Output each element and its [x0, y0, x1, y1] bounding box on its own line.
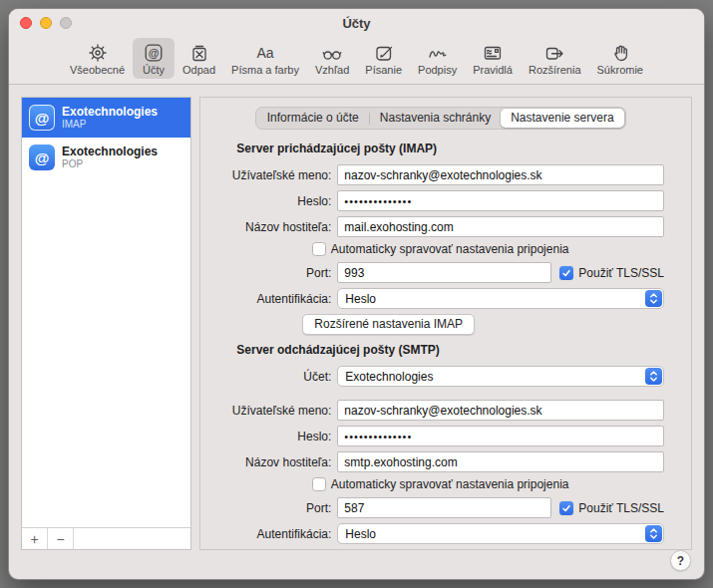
stamped-envelope-icon	[480, 41, 506, 64]
smtp-account-select[interactable]: Exotechnologies	[337, 366, 664, 387]
incoming-port-label: Port:	[216, 266, 337, 280]
incoming-tls-checkbox[interactable]	[559, 266, 573, 280]
toolbar-item-rules[interactable]: Pravidlá	[465, 38, 521, 79]
advanced-imap-row: Rozšírené nastavenia IMAP	[302, 314, 664, 335]
smtp-account-row: Účet: Exotechnologies	[216, 366, 664, 387]
outgoing-auth-value: Heslo	[345, 527, 376, 541]
popup-caret-icon	[645, 290, 662, 307]
incoming-password-label: Heslo:	[216, 194, 337, 208]
account-at-icon: @	[29, 105, 55, 131]
toolbar-item-label: Rozšírenia	[529, 64, 581, 76]
extensions-icon	[541, 41, 567, 64]
tab-account-info[interactable]: Informácie o účte	[257, 109, 369, 128]
toolbar-item-label: Odpad	[182, 64, 215, 76]
smtp-account-label: Účet:	[216, 370, 337, 384]
account-protocol: IMAP	[62, 119, 158, 131]
signature-icon	[425, 41, 451, 64]
incoming-port-input[interactable]	[337, 262, 551, 283]
outgoing-tls-label: Použiť TLS/SSL	[578, 501, 664, 515]
title-bar: Účty	[9, 9, 704, 37]
outgoing-password-input[interactable]	[337, 426, 664, 446]
toolbar-item-label: Súkromie	[597, 64, 643, 76]
account-row-pop[interactable]: @ Exotechnologies POP	[22, 138, 190, 177]
trash-box-icon	[186, 41, 212, 64]
toolbar-item-label: Účty	[143, 64, 165, 76]
account-row-imap[interactable]: @ Exotechnologies IMAP	[22, 98, 190, 138]
account-name: Exotechnologies	[62, 145, 158, 158]
outgoing-section-title: Server odchádzajúcej pošty (SMTP)	[236, 343, 664, 357]
accounts-sidebar: @ Exotechnologies IMAP @ Exotechnologies…	[21, 97, 191, 550]
tab-bar: Informácie o účte Nastavenia schránky Na…	[255, 107, 626, 130]
toolbar-item-privacy[interactable]: Súkromie	[589, 38, 651, 79]
toolbar-item-extensions[interactable]: Rozšírenia	[521, 38, 589, 79]
smtp-gap	[216, 392, 664, 400]
content-area: @ Exotechnologies IMAP @ Exotechnologies…	[9, 85, 704, 550]
popup-caret-icon	[645, 525, 662, 542]
gear-icon	[85, 41, 111, 64]
incoming-tls-label: Použiť TLS/SSL	[578, 266, 664, 280]
toolbar-item-general[interactable]: Všeobecné	[62, 38, 133, 79]
account-name: Exotechnologies	[62, 105, 158, 119]
help-button[interactable]: ?	[670, 550, 691, 571]
incoming-username-row: Užívateľské meno:	[216, 164, 664, 185]
incoming-section-title: Server prichádzajúcej pošty (IMAP)	[236, 142, 664, 155]
outgoing-host-row: Názov hostiteľa:	[216, 451, 664, 472]
preferences-toolbar: Všeobecné @ Účty Odpad	[9, 37, 704, 84]
outgoing-auth-label: Autentifikácia:	[216, 527, 337, 541]
outgoing-password-label: Heslo:	[216, 430, 337, 443]
outgoing-port-label: Port:	[216, 501, 337, 515]
outgoing-port-input[interactable]	[337, 497, 551, 518]
outgoing-auto-manage-label: Automaticky spravovať nastavenia pripoje…	[331, 477, 569, 491]
tab-server-settings[interactable]: Nastavenie servera	[501, 109, 623, 128]
outgoing-port-row: Port: Použiť TLS/SSL	[216, 497, 664, 518]
at-icon: @	[141, 41, 167, 64]
advanced-imap-button[interactable]: Rozšírené nastavenia IMAP	[302, 314, 475, 335]
incoming-auto-manage-checkbox[interactable]	[312, 242, 326, 256]
incoming-auth-select[interactable]: Heslo	[337, 288, 664, 309]
incoming-password-input[interactable]	[337, 190, 664, 211]
svg-text:Aa: Aa	[256, 45, 273, 61]
incoming-port-row: Port: Použiť TLS/SSL	[216, 262, 664, 283]
toolbar-item-signatures[interactable]: Podpisy	[410, 38, 465, 79]
account-text: Exotechnologies IMAP	[62, 105, 158, 131]
outgoing-auto-manage-row: Automaticky spravovať nastavenia pripoje…	[216, 477, 664, 491]
add-account-button[interactable]: +	[22, 528, 48, 549]
account-list: @ Exotechnologies IMAP @ Exotechnologies…	[22, 98, 190, 527]
incoming-password-row: Heslo:	[216, 190, 664, 211]
incoming-auth-row: Autentifikácia: Heslo	[216, 288, 664, 309]
toolbar-item-fonts-colors[interactable]: Aa Písma a farby	[223, 38, 307, 79]
toolbar-item-viewing[interactable]: Vzhľad	[307, 38, 357, 79]
smtp-account-value: Exotechnologies	[345, 370, 433, 384]
sidebar-footer: + −	[22, 527, 190, 549]
window-title: Účty	[342, 16, 370, 31]
remove-account-button[interactable]: −	[48, 528, 74, 549]
toolbar-item-label: Pravidlá	[473, 64, 513, 76]
toolbar-item-accounts[interactable]: @ Účty	[133, 38, 175, 79]
zoom-window-button	[60, 17, 72, 29]
account-text: Exotechnologies POP	[62, 145, 158, 170]
toolbar-item-composing[interactable]: Písanie	[357, 38, 410, 79]
glasses-icon	[319, 41, 345, 64]
outgoing-auth-select[interactable]: Heslo	[337, 523, 664, 544]
svg-text:@: @	[149, 47, 160, 59]
outgoing-password-row: Heslo:	[216, 426, 664, 446]
incoming-host-row: Názov hostiteľa:	[216, 216, 664, 237]
toolbar-item-label: Písma a farby	[231, 64, 299, 76]
minimize-window-button[interactable]	[40, 17, 52, 29]
toolbar-item-junk[interactable]: Odpad	[175, 38, 223, 79]
hand-icon	[607, 41, 633, 64]
outgoing-host-input[interactable]	[337, 451, 664, 472]
incoming-auto-manage-row: Automaticky spravovať nastavenia pripoje…	[216, 242, 664, 256]
toolbar-item-label: Písanie	[365, 64, 402, 76]
incoming-host-input[interactable]	[337, 216, 664, 237]
outgoing-auto-manage-checkbox[interactable]	[312, 477, 326, 491]
outgoing-username-input[interactable]	[337, 400, 664, 421]
incoming-username-input[interactable]	[337, 164, 664, 185]
outgoing-tls-checkbox[interactable]	[559, 501, 573, 515]
incoming-username-label: Užívateľské meno:	[216, 168, 337, 182]
outgoing-username-row: Užívateľské meno:	[216, 400, 664, 421]
close-window-button[interactable]	[20, 17, 32, 29]
outgoing-auth-row: Autentifikácia: Heslo	[216, 523, 664, 544]
mail-preferences-window: Účty Všeobecné @ Účty	[8, 8, 705, 580]
tab-mailbox-settings[interactable]: Nastavenia schránky	[370, 109, 501, 128]
